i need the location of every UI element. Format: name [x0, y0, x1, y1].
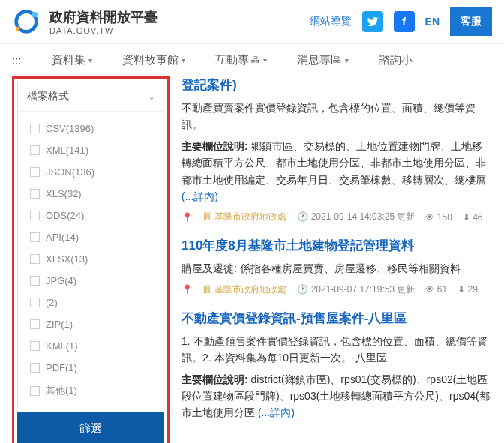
result-item: 110年度8月基隆市土地建物登記管理資料購屋及遷徙: 係指各種房屋買賣、房屋遷移… — [182, 237, 492, 295]
filter-item[interactable]: XLS(32) — [18, 183, 164, 205]
filter-item[interactable]: API(14) — [18, 226, 164, 248]
org-badge: 圓 基隆市政府地政處 — [203, 211, 286, 223]
filter-item[interactable]: XML(141) — [18, 139, 164, 161]
result-title[interactable]: 不動產實價登錄資訊-預售屋案件-八里區 — [182, 310, 492, 327]
result-meta: 📍圓 基隆市政府地政處🕐 2021-09-07 17:19:53 更新👁 61⬇… — [182, 283, 492, 296]
filter-item[interactable]: PDF(1) — [18, 357, 164, 379]
filter-item[interactable]: ZIP(1) — [18, 313, 164, 335]
filter-item[interactable]: (2) — [18, 292, 164, 313]
time-meta: 🕐 2021-09-07 17:19:53 更新 — [297, 283, 415, 296]
sitemap-link[interactable]: 網站導覽 — [310, 15, 352, 28]
results-content: 登記案件)不動產買賣案件實價登錄資訊，包含標的位置、面積、總價等資訊。主要欄位說… — [182, 76, 492, 443]
result-description: 購屋及遷徙: 係指各種房屋買賣、房屋遷移、移民等相關資料 — [182, 260, 492, 277]
result-item: 登記案件)不動產買賣案件實價登錄資訊，包含標的位置、面積、總價等資訊。主要欄位說… — [182, 76, 492, 223]
filter-item[interactable]: JPG(4) — [18, 270, 164, 292]
filter-item-label: API(14) — [46, 232, 79, 243]
chevron-down-icon: ▾ — [182, 56, 185, 64]
filter-item[interactable]: CSV(1396) — [18, 118, 164, 139]
checkbox[interactable] — [30, 276, 40, 286]
filter-header[interactable]: 檔案格式 ⌄ — [18, 82, 164, 112]
filter-item-label: PDF(1) — [46, 362, 77, 373]
filter-list: CSV(1396)XML(141)JSON(136)XLS(32)ODS(24)… — [18, 112, 164, 409]
site-title: 政府資料開放平臺 — [50, 8, 158, 26]
result-fields: 主要欄位說明: 鄉鎮市區、交易標的、土地位置建物門牌、土地移轉總面積平方公尺、都… — [182, 138, 492, 205]
checkbox[interactable] — [30, 167, 40, 177]
checkbox[interactable] — [30, 254, 40, 264]
checkbox[interactable] — [30, 189, 40, 199]
filter-item-label: XML(141) — [46, 145, 88, 156]
views-meta: 👁 61 — [425, 284, 447, 295]
filter-item-label: ODS(24) — [46, 210, 84, 221]
filter-button[interactable]: 篩選 — [17, 412, 164, 443]
result-item: 不動產實價登錄資訊-預售屋案件-八里區1. 不動產預售案件實價登錄資訊，包含標的… — [182, 310, 492, 421]
filter-item-label: 其他(1) — [46, 384, 77, 397]
nav-interactive[interactable]: 互動專區▾ — [215, 53, 267, 67]
checkbox[interactable] — [30, 341, 40, 351]
filter-item[interactable]: KML(1) — [18, 335, 164, 357]
nav-datasets[interactable]: 資料集▾ — [52, 53, 92, 67]
downloads-meta: ⬇ 46 — [463, 212, 483, 223]
nav-news[interactable]: 消息專區▾ — [297, 53, 349, 67]
filter-sidebar: 檔案格式 ⌄ CSV(1396)XML(141)JSON(136)XLS(32)… — [12, 76, 170, 443]
views-meta: 👁 150 — [425, 212, 452, 223]
facebook-icon[interactable]: f — [394, 11, 415, 32]
checkbox[interactable] — [30, 211, 40, 220]
checkbox[interactable] — [30, 386, 40, 396]
nav-menu-icon[interactable]: ::: — [12, 54, 22, 67]
checkbox[interactable] — [30, 232, 40, 242]
org-badge: 圓 基隆市政府地政處 — [203, 283, 286, 296]
filter-item-label: JSON(136) — [46, 166, 94, 178]
chevron-down-icon: ▾ — [88, 56, 92, 64]
filter-item-label: XLSX(13) — [46, 253, 88, 265]
site-subtitle: DATA.GOV.TW — [50, 26, 158, 35]
result-meta: 📍圓 基隆市政府地政處🕐 2021-09-14 14:03:25 更新👁 150… — [182, 211, 492, 223]
result-title[interactable]: 110年度8月基隆市土地建物登記管理資料 — [182, 237, 492, 254]
svg-point-2 — [16, 27, 20, 31]
filter-item[interactable]: ODS(24) — [18, 205, 164, 226]
filter-item[interactable]: XLSX(13) — [18, 248, 164, 270]
checkbox[interactable] — [30, 363, 40, 373]
filter-item-label: KML(1) — [46, 340, 78, 352]
filter-title: 檔案格式 — [27, 90, 69, 103]
twitter-icon[interactable] — [362, 11, 383, 32]
pin-icon: 📍 — [182, 284, 193, 295]
checkbox[interactable] — [30, 319, 40, 329]
filter-item-label: (2) — [46, 297, 58, 308]
checkbox[interactable] — [30, 298, 40, 307]
svg-point-1 — [32, 12, 38, 18]
header: 政府資料開放平臺 DATA.GOV.TW 網站導覽 f EN 客服 — [0, 0, 504, 43]
result-fields: 主要欄位說明: district(鄉鎮市區)、rps01(交易標的)、rps02… — [182, 371, 492, 421]
filter-item[interactable]: JSON(136) — [18, 161, 164, 183]
customer-service-button[interactable]: 客服 — [450, 7, 492, 36]
filter-item-label: CSV(1396) — [46, 123, 94, 134]
checkbox[interactable] — [30, 124, 40, 133]
main-nav: ::: 資料集▾ 資料故事館▾ 互動專區▾ 消息專區▾ 諮詢小 — [0, 43, 504, 76]
filter-item[interactable]: 其他(1) — [18, 379, 164, 403]
filter-item-label: XLS(32) — [46, 188, 82, 199]
site-logo — [12, 7, 40, 36]
nav-consult[interactable]: 諮詢小 — [379, 53, 412, 67]
filter-item-label: JPG(4) — [46, 275, 76, 286]
filter-item-label: ZIP(1) — [46, 319, 73, 330]
result-title[interactable]: 登記案件) — [182, 76, 492, 94]
chevron-down-icon: ⌄ — [148, 93, 154, 101]
time-meta: 🕐 2021-09-14 14:03:25 更新 — [297, 211, 415, 223]
checkbox[interactable] — [30, 145, 40, 155]
more-link[interactable]: (...詳內) — [258, 406, 295, 418]
language-toggle[interactable]: EN — [425, 16, 440, 28]
chevron-down-icon: ▾ — [263, 56, 267, 64]
pin-icon: 📍 — [182, 212, 193, 223]
nav-stories[interactable]: 資料故事館▾ — [122, 53, 185, 67]
result-description: 1. 不動產預售案件實價登錄資訊，包含標的位置、面積、總價等資訊。2. 本資料集… — [182, 333, 492, 367]
result-description: 不動產買賣案件實價登錄資訊，包含標的位置、面積、總價等資訊。 — [182, 100, 492, 133]
chevron-down-icon: ▾ — [345, 56, 349, 64]
site-title-block: 政府資料開放平臺 DATA.GOV.TW — [50, 8, 158, 35]
downloads-meta: ⬇ 29 — [458, 284, 478, 295]
more-link[interactable]: (...詳內) — [182, 190, 218, 202]
